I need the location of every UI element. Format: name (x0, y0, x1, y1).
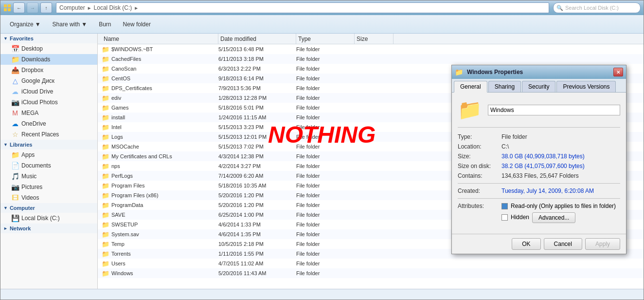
file-name: $WINDOWS.~BT (111, 46, 153, 52)
type-row: Type: File folder (458, 133, 620, 140)
apps-label: Apps (21, 151, 35, 158)
documents-label: Documents (21, 162, 51, 169)
sidebar-item-documents[interactable]: 📄 Documents (0, 160, 97, 171)
divider-1 (458, 183, 620, 184)
file-list-header: Name Date modified Type Size (98, 34, 644, 44)
address-bar[interactable]: Computer ► Local Disk (C:) ► (56, 2, 549, 13)
back-button[interactable]: ← (13, 2, 25, 13)
sidebar-item-videos[interactable]: 🎞 Videos (0, 192, 97, 203)
favorites-header[interactable]: ▼ Favorites (0, 34, 97, 43)
table-row[interactable]: 📁 CachedFiles 6/11/2013 3:18 PM File fol… (98, 54, 644, 64)
icloud-drive-icon: ☁ (11, 88, 19, 95)
sidebar-item-recent-places[interactable]: ☆ Recent Places (0, 129, 97, 140)
forward-button[interactable]: → (27, 2, 38, 13)
file-date: 1/24/2016 11:15 AM (218, 114, 296, 120)
computer-header[interactable]: ▼ Computer (0, 203, 97, 213)
folder-icon: 📁 (102, 191, 109, 199)
table-row[interactable]: 📁 Users 4/7/2015 11:02 AM File folder (98, 259, 644, 268)
local-disk-label: Local Disk (C:) (21, 215, 60, 222)
sidebar-item-music[interactable]: 🎵 Music (0, 171, 97, 182)
sidebar-item-pictures[interactable]: 📷 Pictures (0, 182, 97, 192)
type-label: Type: (458, 133, 501, 140)
tab-general[interactable]: General (454, 81, 487, 93)
file-name: PerfLogs (111, 173, 133, 179)
file-date: 4/3/2014 12:38 PM (218, 153, 296, 159)
readonly-label: Read-only (Only applies to files in fold… (511, 203, 616, 209)
col-header-size[interactable]: Size (355, 34, 394, 44)
properties-dialog: 📁 Windows Properties ✕ General Sharing S… (451, 65, 626, 254)
downloads-label: Downloads (21, 56, 50, 63)
col-header-name[interactable]: Name (102, 34, 218, 44)
new-folder-button[interactable]: New folder (118, 18, 156, 31)
sidebar-item-mega[interactable]: M MEGA (0, 108, 97, 118)
network-header[interactable]: ► Network (0, 224, 97, 233)
file-date: 4/2/2014 3:27 PM (218, 163, 296, 169)
file-type: File folder (296, 95, 355, 101)
libraries-section: ▼ Libraries 📁 Apps 📄 Documents 🎵 Music 📷 (0, 140, 97, 203)
file-date: 7/14/2009 6:20 AM (218, 173, 296, 179)
tab-sharing[interactable]: Sharing (488, 81, 521, 92)
libraries-header[interactable]: ▼ Libraries (0, 140, 97, 150)
file-date: 10/5/2015 2:18 PM (218, 241, 296, 247)
sidebar-item-desktop[interactable]: 📅 Desktop (0, 43, 97, 54)
folder-icon: 📁 (102, 162, 109, 170)
col-header-type[interactable]: Type (296, 34, 355, 44)
dialog-title-icon: 📁 (455, 68, 463, 76)
readonly-checkbox[interactable] (501, 203, 508, 209)
dialog-close-button[interactable]: ✕ (613, 68, 623, 76)
sidebar-item-icloud-photos[interactable]: 📷 iCloud Photos (0, 97, 97, 108)
icloud-drive-label: iCloud Drive (21, 88, 53, 95)
tab-security[interactable]: Security (522, 81, 555, 92)
search-bar[interactable]: 🔍 Search Local Disk (C:) (553, 2, 641, 13)
attributes-section: Attributes: Read-only (Only applies to f… (458, 203, 620, 225)
file-name: Games (111, 105, 128, 111)
organize-button[interactable]: Organize ▼ (4, 18, 46, 31)
sidebar-item-icloud-drive[interactable]: ☁ iCloud Drive (0, 86, 97, 97)
tab-previous-versions[interactable]: Previous Versions (556, 81, 616, 92)
sidebar-item-downloads[interactable]: 📁 Downloads (0, 54, 97, 65)
address-computer: Computer (59, 4, 85, 11)
file-type: File folder (296, 212, 355, 218)
file-date: 6/3/2013 2:22 PM (218, 66, 296, 72)
burn-button[interactable]: Burn (93, 18, 116, 31)
organize-arrow: ▼ (35, 21, 41, 28)
sidebar-item-onedrive[interactable]: ☁ OneDrive (0, 118, 97, 129)
ok-button[interactable]: OK (512, 238, 540, 250)
table-row[interactable]: 📁 Windows 5/20/2016 11:43 AM File folder (98, 268, 644, 278)
file-date: 5/20/2016 1:20 PM (218, 192, 296, 198)
dialog-folder-header: 📁 (458, 98, 620, 128)
folder-name-input[interactable] (488, 105, 620, 115)
divider-2 (458, 198, 620, 199)
recent-places-label: Recent Places (21, 131, 59, 138)
size-value: 38.0 GB (40,909,038,718 bytes) (501, 153, 620, 160)
cancel-button[interactable]: Cancel (544, 238, 582, 250)
apply-button[interactable]: Apply (585, 238, 620, 250)
sidebar-item-apps[interactable]: 📁 Apps (0, 150, 97, 160)
dropbox-label: Dropbox (21, 67, 43, 74)
file-type: File folder (296, 183, 355, 188)
table-row[interactable]: 📁 $WINDOWS.~BT 5/15/2013 6:48 PM File fo… (98, 44, 644, 54)
col-header-date[interactable]: Date modified (218, 34, 296, 44)
folder-icon: 📁 (102, 75, 109, 82)
dropbox-icon: 📤 (11, 66, 19, 74)
sidebar-item-google-disk[interactable]: △ Google Диск (0, 75, 97, 86)
sidebar-item-local-disk[interactable]: 💾 Local Disk (C:) (0, 213, 97, 224)
sidebar-item-dropbox[interactable]: 📤 Dropbox (0, 65, 97, 75)
search-icon: 🔍 (556, 5, 563, 11)
hidden-checkbox[interactable] (501, 214, 508, 221)
share-button[interactable]: Share with ▼ (47, 18, 93, 31)
file-type: File folder (296, 251, 355, 257)
file-name: Torrents (111, 251, 131, 257)
created-value: Tuesday, July 14, 2009, 6:20:08 AM (501, 188, 620, 194)
advanced-button[interactable]: Advanced... (532, 212, 575, 223)
up-button[interactable]: ↑ (40, 2, 52, 13)
svg-rect-3 (8, 8, 11, 11)
file-name: Temp (111, 241, 125, 247)
folder-icon: 📁 (102, 211, 109, 219)
dialog-tabs: General Sharing Security Previous Versio… (452, 79, 626, 93)
sidebar: ▼ Favorites 📅 Desktop 📁 Downloads 📤 Drop… (0, 34, 98, 289)
hidden-label: Hidden (511, 214, 529, 221)
folder-icon: 📁 (102, 123, 109, 131)
file-name: ProgramData (111, 202, 143, 208)
created-label: Created: (458, 188, 501, 194)
